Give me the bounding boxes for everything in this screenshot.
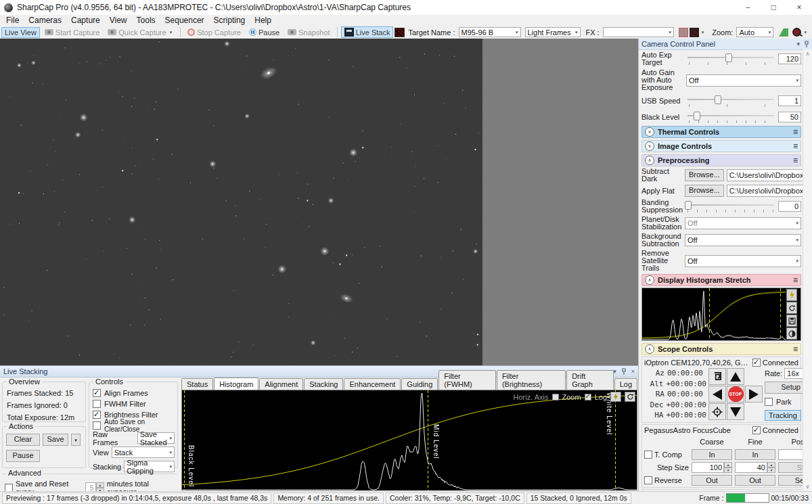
scope-connected-checkbox[interactable] — [752, 359, 761, 367]
zoom-checkbox[interactable] — [552, 394, 559, 400]
hist-reset-button[interactable] — [625, 392, 635, 402]
black-level-slider[interactable] — [686, 110, 775, 124]
fx-combo[interactable]: ▾ — [603, 27, 674, 37]
subtract-dark-browse-button[interactable]: Browse... — [685, 169, 724, 181]
reverse-checkbox[interactable] — [644, 476, 652, 484]
tab-filter-fwhm[interactable]: Filter (FWHM) — [438, 370, 496, 390]
chevron-down-icon[interactable]: ▾ — [796, 41, 800, 47]
hamburger-icon[interactable]: ≡ — [793, 156, 798, 165]
hamburger-icon[interactable]: ≡ — [793, 141, 798, 151]
view-combo[interactable]: Stack▾ — [112, 446, 175, 458]
background-color-swatch-icon[interactable] — [679, 28, 688, 37]
histogram-stretch-canvas[interactable] — [642, 288, 786, 340]
clear-button[interactable]: Clear — [6, 434, 40, 446]
menu-help[interactable]: Help — [250, 16, 276, 25]
maximize-button[interactable]: □ — [761, 0, 786, 15]
pause-button[interactable]: Pause — [246, 27, 283, 38]
stop-capture-button[interactable]: Stop Capture — [184, 27, 244, 38]
slew-right-button[interactable] — [745, 386, 763, 403]
tab-guiding[interactable]: Guiding — [401, 378, 438, 390]
image-view[interactable] — [0, 39, 482, 365]
slew-up-button[interactable] — [727, 368, 744, 385]
remove-satellite-combo[interactable]: Off▾ — [685, 255, 801, 267]
background-subtraction-combo[interactable]: Off▾ — [685, 234, 801, 246]
hamburger-icon[interactable]: ≡ — [793, 344, 798, 354]
tab-status[interactable]: Status — [181, 378, 213, 390]
preprocessing-header[interactable]: ∧ Preprocessing ≡ — [641, 154, 801, 166]
spin-up-icon[interactable]: ▲ — [724, 462, 732, 467]
planet-stabilization-combo[interactable]: Off▾ — [685, 217, 801, 229]
reset-stretch-button[interactable] — [786, 302, 797, 314]
minimize-button[interactable]: − — [735, 0, 761, 15]
chevron-down-icon[interactable]: ▾ — [700, 30, 706, 35]
tracking-button[interactable]: Tracking — [765, 410, 801, 421]
auto-save-checkbox[interactable] — [93, 421, 101, 430]
banding-suppression-value[interactable]: 0 — [778, 201, 801, 212]
focus-out-fine-button[interactable]: Out — [735, 475, 775, 486]
frame-type-combo[interactable]: Light Frames▾ — [525, 27, 581, 37]
live-stack-button[interactable]: Live Stack — [341, 26, 394, 38]
panel-scrollbar[interactable]: ∧ ∨ — [803, 49, 812, 491]
tab-drift-graph[interactable]: Drift Graph — [566, 370, 613, 390]
focus-out-coarse-button[interactable]: Out — [692, 475, 732, 486]
menu-capture[interactable]: Capture — [66, 16, 105, 25]
image-controls-header[interactable]: ∨ Image Controls ≡ — [641, 140, 801, 152]
contrast-button[interactable] — [786, 327, 797, 340]
spin-down-icon[interactable]: ▼ — [724, 467, 732, 473]
apply-flat-browse-button[interactable]: Browse... — [685, 185, 724, 197]
step-coarse-stepper[interactable]: 100▲▼ — [692, 462, 732, 473]
slew-down-button[interactable] — [727, 403, 744, 420]
center-target-button[interactable] — [708, 403, 726, 420]
log-checkbox[interactable] — [585, 394, 591, 400]
raw-frames-combo[interactable]: Save Stacked▾ — [137, 432, 175, 444]
snapshot-button[interactable]: Snapshot — [284, 27, 333, 38]
stack-histogram[interactable]: Black Level Mid Level White Level Horiz.… — [181, 390, 637, 490]
align-frames-checkbox[interactable] — [93, 389, 101, 397]
scope-controls-header[interactable]: ∧ Scope Controls ≡ — [641, 343, 801, 355]
scroll-up-icon[interactable]: ∧ — [803, 49, 812, 58]
scroll-down-icon[interactable]: ∨ — [803, 482, 812, 491]
focus-in-fine-button[interactable]: In — [735, 449, 775, 460]
hist-auto-button[interactable] — [610, 392, 621, 402]
save-button[interactable]: Save — [43, 434, 68, 446]
tab-alignment[interactable]: Alignment — [259, 378, 303, 390]
menu-sequencer[interactable]: Sequencer — [160, 16, 209, 25]
menu-scripting[interactable]: Scripting — [209, 16, 250, 25]
focus-in-coarse-button[interactable]: In — [692, 449, 732, 460]
close-icon[interactable]: × — [631, 368, 635, 375]
hamburger-icon[interactable]: ≡ — [793, 275, 798, 285]
start-capture-button[interactable]: Start Capture — [41, 27, 103, 38]
quick-capture-button[interactable]: Quick Capture▾ — [104, 27, 177, 38]
menu-cameras[interactable]: Cameras — [24, 16, 66, 25]
slew-left-button[interactable] — [708, 386, 726, 403]
fwhm-filter-checkbox[interactable] — [93, 400, 101, 408]
rate-combo[interactable]: 16x▾ — [784, 368, 803, 379]
zoom-combo[interactable]: Auto▾ — [736, 27, 773, 37]
histogram-icon[interactable] — [779, 28, 788, 37]
focuser-stop-button[interactable]: Stop — [778, 462, 803, 473]
spiral-search-button[interactable] — [708, 368, 726, 385]
tab-log[interactable]: Log — [614, 378, 637, 390]
black-level-value[interactable]: 50 — [778, 112, 801, 122]
pin-icon[interactable] — [621, 368, 627, 375]
step-fine-stepper[interactable]: 40▲▼ — [735, 462, 775, 473]
histogram-stretch-display[interactable] — [641, 288, 801, 341]
stack-histogram-canvas[interactable] — [182, 390, 637, 490]
auto-exp-target-slider[interactable] — [686, 52, 775, 66]
tab-histogram[interactable]: Histogram — [214, 377, 258, 390]
menu-view[interactable]: View — [105, 16, 132, 25]
menu-tools[interactable]: Tools — [132, 16, 160, 25]
focuser-setup-button[interactable]: Setup — [778, 475, 803, 486]
tab-stacking[interactable]: Stacking — [304, 378, 343, 390]
subtract-dark-path-combo[interactable]: C:\Users\olivi\Dropbox\A...▾ — [727, 169, 803, 181]
banding-suppression-slider[interactable] — [685, 200, 775, 213]
save-stretch-button[interactable] — [786, 315, 797, 327]
focuser-position-value[interactable]: 239 — [778, 449, 803, 460]
auto-gain-combo[interactable]: Off▾ — [686, 74, 801, 87]
pause-stack-button[interactable]: Pause — [6, 450, 40, 462]
bayer-pattern-icon[interactable] — [690, 28, 699, 37]
slew-stop-button[interactable]: STOP — [727, 386, 744, 403]
live-view-button[interactable]: Live View — [1, 27, 40, 38]
scope-setup-button[interactable]: Setup — [765, 382, 803, 394]
menu-file[interactable]: File — [1, 16, 24, 25]
